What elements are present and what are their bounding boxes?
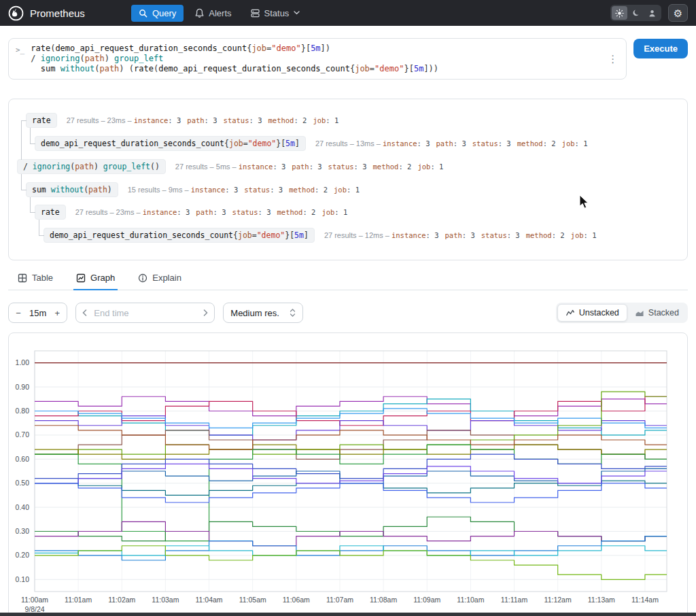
tab-explain[interactable]: Explain [135,269,184,290]
y-tick-label: 0.30 [16,527,30,535]
x-tick-label: 11:00am [21,596,48,604]
tree-node-chip[interactable]: rate [35,205,66,220]
nav-alerts-label: Alerts [209,8,231,18]
tab-table-label: Table [32,273,53,283]
line-chart-icon [566,308,575,318]
tree-node-row: / ignoring(path) group_left()27 results … [17,159,449,174]
execute-button[interactable]: Execute [633,39,688,58]
x-tick-label: 11:11am [501,596,528,604]
range-value[interactable]: 15m [26,308,50,318]
theme-system-button[interactable] [644,6,660,20]
nav-status[interactable]: Status [243,5,308,22]
graph-canvas[interactable]: 11:00am11:01am11:02am11:03am11:04am11:05… [9,333,687,616]
query-editor[interactable]: >_ rate(demo_api_request_duration_second… [8,38,627,80]
bottom-bar [0,613,696,616]
select-chevrons-icon [290,309,296,317]
y-tick-label: 0.80 [16,407,30,415]
graph-icon [76,273,86,283]
x-tick-label: 11:10am [457,596,484,604]
table-icon [18,273,27,283]
area-chart-icon [635,308,644,318]
tree-node-chip[interactable]: demo_api_request_duration_seconds_count{… [44,228,315,243]
moon-icon [632,9,640,17]
tab-graph[interactable]: Graph [73,269,118,290]
range-decrease-button[interactable]: − [11,308,26,318]
x-tick-label: 11:09am [413,596,440,604]
info-icon [138,273,147,283]
graph-controls: − 15m + Medium res. Unstacked [8,303,688,323]
tree-connector [21,120,27,160]
tree-connector [30,197,35,213]
unstacked-option[interactable]: Unstacked [557,304,627,322]
tree-node-chip[interactable]: / ignoring(path) group_left() [17,159,166,174]
y-tick-label: 0.60 [16,455,30,463]
x-tick-label: 11:05am [239,596,266,604]
tree-node-chip[interactable]: rate [26,113,57,128]
settings-button[interactable]: ⚙ [668,4,688,22]
person-icon [648,9,657,18]
result-tabs: Table Graph Explain [8,269,688,290]
tree-node-meta: 27 results – 23ms – instance: 3path: 3st… [75,208,354,216]
chart-series-line [35,445,667,459]
prometheus-logo-icon [8,5,24,21]
prompt-icon: >_ [16,44,24,74]
chevron-left-icon[interactable] [82,309,87,316]
query-tree-panel: rate27 results – 23ms – instance: 3path:… [8,99,688,260]
graph-controls-left: − 15m + Medium res. [8,303,303,323]
stacked-label: Stacked [648,308,679,318]
theme-light-button[interactable] [612,6,627,20]
tree-node-meta: 27 results – 23ms – instance: 3path: 3st… [67,116,345,124]
tree-node-row: rate27 results – 23ms – instance: 3path:… [35,205,353,220]
chart-series-line [35,399,667,435]
stacked-option[interactable]: Stacked [627,304,686,322]
y-tick-label: 0.90 [16,383,30,391]
resolution-value: Medium res. [230,308,279,318]
theme-toggle-group [610,5,661,21]
tree-node-meta: 27 results – 5ms – instance: 3path: 3sta… [175,162,450,171]
end-time-input[interactable] [92,307,198,319]
y-tick-label: 0.40 [16,503,30,511]
navbar-right: ⚙ [610,4,688,22]
brand: Prometheus [8,5,85,21]
tree-node-row: rate27 results – 23ms – instance: 3path:… [26,113,345,128]
tree-connector [39,220,44,236]
tree-node-row: sum without(path)15 results – 9ms – inst… [26,182,366,197]
chart-series-line [35,483,667,502]
bell-icon [195,8,204,18]
tab-table[interactable]: Table [15,269,56,290]
query-editor-code[interactable]: rate(demo_api_request_duration_seconds_c… [31,44,600,74]
y-tick-label: 0.20 [16,551,30,559]
x-tick-label: 11:06am [283,596,310,604]
nav-alerts[interactable]: Alerts [188,5,239,22]
nav-query-label: Query [152,8,176,18]
chart-series-line [35,517,667,541]
tree-node-chip[interactable]: demo_api_request_duration_seconds_count{… [35,136,306,151]
chart-series-line [35,426,667,449]
editor-menu-button[interactable]: ⋮ [606,53,619,65]
search-icon [139,9,147,18]
range-increase-button[interactable]: + [50,308,65,318]
nav-status-label: Status [264,8,290,18]
x-tick-label: 11:04am [196,596,223,604]
end-time-picker [75,303,215,323]
x-tick-label: 11:12am [544,596,572,604]
resolution-select[interactable]: Medium res. [223,303,303,323]
tree-node-meta: 15 results – 9ms – instance: 3status: 3m… [128,186,366,194]
chevron-right-icon[interactable] [203,309,208,316]
navbar: Prometheus Query Alerts Status [0,0,696,26]
tree-node-chip[interactable]: sum without(path) [26,182,118,197]
x-tick-label: 11:03am [152,596,179,604]
x-tick-label: 11:08am [370,596,397,604]
server-icon [251,9,260,18]
chart-series-line [35,409,667,428]
theme-dark-button[interactable] [628,6,644,20]
tab-graph-label: Graph [90,273,115,283]
chart-series-line [35,536,667,560]
nav-query[interactable]: Query [131,5,184,22]
x-tick-label: 11:01am [65,596,92,604]
gear-icon: ⚙ [674,8,682,18]
query-row: >_ rate(demo_api_request_duration_second… [8,38,688,80]
y-tick-label: 0.70 [16,430,30,439]
x-tick-label: 11:07am [326,596,353,604]
sun-icon [615,9,624,18]
